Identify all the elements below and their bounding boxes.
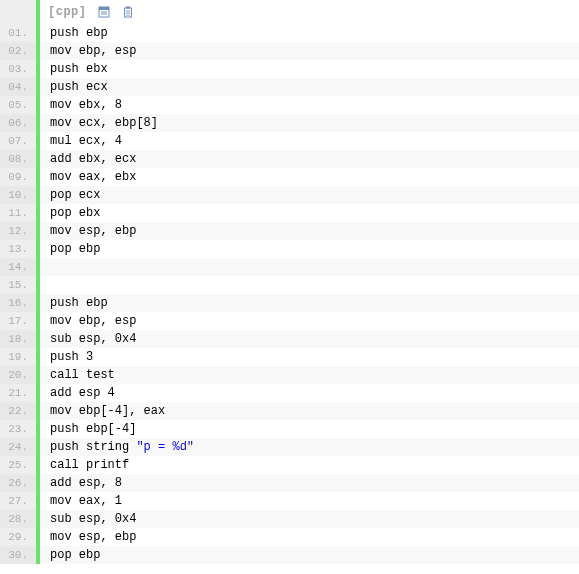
code-token: mov ebp, esp — [50, 44, 136, 58]
code-token: call test — [50, 368, 115, 382]
code-line: 15. — [0, 276, 579, 294]
code-content[interactable]: push ebp — [40, 24, 579, 42]
code-line: 09.mov eax, ebx — [0, 168, 579, 186]
code-token: push string — [50, 440, 136, 454]
code-content[interactable]: call printf — [40, 456, 579, 474]
code-content[interactable]: pop ebp — [40, 240, 579, 258]
code-line: 03.push ebx — [0, 60, 579, 78]
code-line: 19.push 3 — [0, 348, 579, 366]
code-line: 12.mov esp, ebp — [0, 222, 579, 240]
code-content[interactable]: push 3 — [40, 348, 579, 366]
line-number: 07. — [0, 132, 36, 150]
copy-icon[interactable] — [121, 5, 135, 19]
line-number: 30. — [0, 546, 36, 564]
code-line: 17.mov ebp, esp — [0, 312, 579, 330]
code-content[interactable]: mov ebx, 8 — [40, 96, 579, 114]
code-line: 13.pop ebp — [0, 240, 579, 258]
line-number: 21. — [0, 384, 36, 402]
code-line: 16.push ebp — [0, 294, 579, 312]
code-line: 18.sub esp, 0x4 — [0, 330, 579, 348]
line-number: 10. — [0, 186, 36, 204]
line-number: 24. — [0, 438, 36, 456]
code-line: 20.call test — [0, 366, 579, 384]
code-content[interactable] — [40, 258, 579, 276]
code-content[interactable]: push string "p = %d" — [40, 438, 579, 456]
code-token: push ebp — [50, 26, 108, 40]
code-line: 06.mov ecx, ebp[8] — [0, 114, 579, 132]
code-content[interactable]: pop ebx — [40, 204, 579, 222]
code-token: mov ebp, esp — [50, 314, 136, 328]
code-line: 23.push ebp[-4] — [0, 420, 579, 438]
line-number: 17. — [0, 312, 36, 330]
code-line: 01.push ebp — [0, 24, 579, 42]
code-line: 25.call printf — [0, 456, 579, 474]
code-token: push 3 — [50, 350, 93, 364]
code-token: call printf — [50, 458, 129, 472]
code-content[interactable]: call test — [40, 366, 579, 384]
code-content[interactable]: sub esp, 0x4 — [40, 510, 579, 528]
line-number: 28. — [0, 510, 36, 528]
code-line: 27.mov eax, 1 — [0, 492, 579, 510]
code-line: 08.add ebx, ecx — [0, 150, 579, 168]
line-number: 13. — [0, 240, 36, 258]
code-content[interactable]: push ecx — [40, 78, 579, 96]
code-token: mul ecx, 4 — [50, 134, 122, 148]
code-content[interactable]: pop ebp — [40, 546, 579, 564]
code-line: 10.pop ecx — [0, 186, 579, 204]
line-number: 08. — [0, 150, 36, 168]
code-line: 07.mul ecx, 4 — [0, 132, 579, 150]
string-literal: "p = %d" — [136, 440, 194, 454]
code-token: mov eax, 1 — [50, 494, 122, 508]
code-content[interactable]: mov ebp, esp — [40, 312, 579, 330]
code-content[interactable]: add esp, 8 — [40, 474, 579, 492]
code-content[interactable]: mov esp, ebp — [40, 528, 579, 546]
line-number: 20. — [0, 366, 36, 384]
view-plain-icon[interactable] — [97, 5, 111, 19]
code-token: push ebp[-4] — [50, 422, 136, 436]
code-token: mov eax, ebx — [50, 170, 136, 184]
svg-rect-1 — [99, 7, 109, 10]
code-content[interactable]: mov esp, ebp — [40, 222, 579, 240]
code-content[interactable]: mov ebp[-4], eax — [40, 402, 579, 420]
code-content[interactable]: push ebp[-4] — [40, 420, 579, 438]
code-block: [cpp] 01.push ebp02.mov ebp — [0, 0, 579, 564]
code-content[interactable]: sub esp, 0x4 — [40, 330, 579, 348]
code-content[interactable]: mov ebp, esp — [40, 42, 579, 60]
header-content: [cpp] — [40, 5, 135, 19]
code-content[interactable]: mul ecx, 4 — [40, 132, 579, 150]
line-number: 15. — [0, 276, 36, 294]
code-token: add ebx, ecx — [50, 152, 136, 166]
line-number: 26. — [0, 474, 36, 492]
code-token: push ebx — [50, 62, 108, 76]
code-token: push ecx — [50, 80, 108, 94]
code-content[interactable] — [40, 276, 579, 294]
code-content[interactable]: mov ecx, ebp[8] — [40, 114, 579, 132]
code-content[interactable]: push ebx — [40, 60, 579, 78]
line-number: 22. — [0, 402, 36, 420]
code-content[interactable]: pop ecx — [40, 186, 579, 204]
svg-rect-5 — [126, 7, 130, 9]
code-content[interactable]: push ebp — [40, 294, 579, 312]
code-content[interactable]: add esp 4 — [40, 384, 579, 402]
line-number: 29. — [0, 528, 36, 546]
code-line: 04.push ecx — [0, 78, 579, 96]
code-line: 28.sub esp, 0x4 — [0, 510, 579, 528]
code-line: 21.add esp 4 — [0, 384, 579, 402]
svg-rect-4 — [124, 8, 131, 17]
code-line: 22.mov ebp[-4], eax — [0, 402, 579, 420]
code-token — [50, 260, 64, 274]
line-number: 03. — [0, 60, 36, 78]
code-token: pop ebx — [50, 206, 100, 220]
code-token: pop ecx — [50, 188, 100, 202]
code-token: mov ebp[-4], eax — [50, 404, 165, 418]
code-content[interactable]: add ebx, ecx — [40, 150, 579, 168]
code-token: mov ecx, ebp[8] — [50, 116, 158, 130]
line-number: 18. — [0, 330, 36, 348]
code-token: push ebp — [50, 296, 108, 310]
code-content[interactable]: mov eax, ebx — [40, 168, 579, 186]
code-token: add esp 4 — [50, 386, 115, 400]
code-line: 05.mov ebx, 8 — [0, 96, 579, 114]
code-token — [50, 278, 64, 292]
code-token: add esp, 8 — [50, 476, 122, 490]
code-content[interactable]: mov eax, 1 — [40, 492, 579, 510]
